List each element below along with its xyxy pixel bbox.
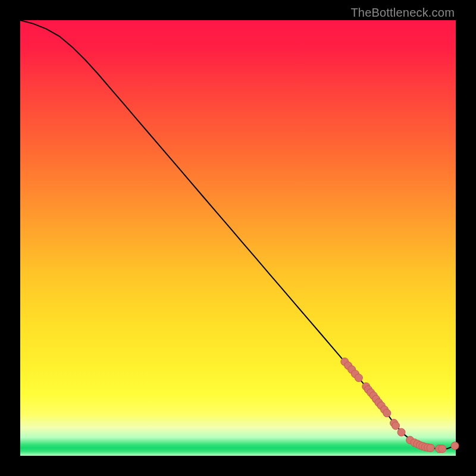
data-marker xyxy=(397,428,405,436)
chart-overlay xyxy=(20,20,456,456)
data-marker xyxy=(427,444,434,452)
attribution-label: TheBottleneck.com xyxy=(350,6,455,20)
data-marker xyxy=(383,409,391,417)
data-marker xyxy=(355,374,362,382)
data-marker xyxy=(451,442,459,450)
data-marker xyxy=(439,445,446,453)
data-marker xyxy=(392,422,400,430)
chart-frame: TheBottleneck.com xyxy=(0,0,476,476)
marker-group xyxy=(341,358,459,452)
bottleneck-curve-line xyxy=(20,20,456,449)
